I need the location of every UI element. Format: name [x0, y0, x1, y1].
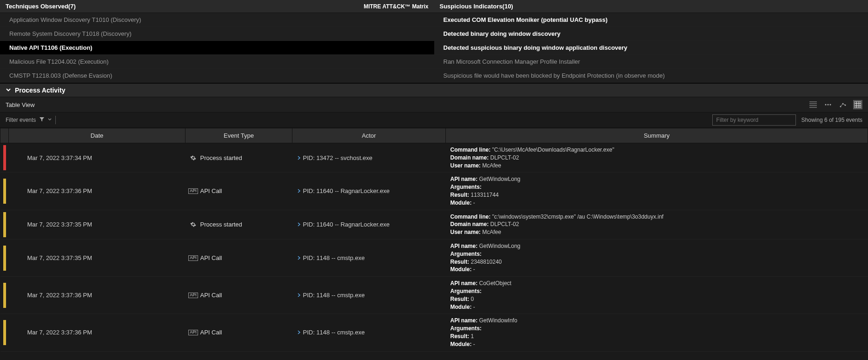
mitre-link[interactable]: MITRE ATT&CK™ Matrix [364, 3, 428, 10]
svg-point-2 [830, 104, 831, 106]
actor-link[interactable]: PID: 11640 -- RagnarLocker.exe [303, 187, 390, 194]
summary-line: Domain name: DLPCLT-02 [451, 154, 863, 162]
date-cell: Mar 7, 2022 3:37:34 PM [9, 143, 186, 173]
technique-item[interactable]: CMSTP T1218.003 (Defense Evasion) [0, 69, 434, 83]
indicator-item[interactable]: Detected binary doing window discovery [434, 27, 868, 41]
severity-bar-yellow [3, 320, 6, 345]
svg-rect-6 [855, 101, 861, 108]
summary-line: Module: - [451, 303, 863, 311]
process-activity-header[interactable]: Process Activity [0, 83, 868, 97]
table-row[interactable]: Mar 7, 2022 3:37:35 PMAPIAPI CallPID: 11… [0, 239, 868, 276]
filter-events-label[interactable]: Filter events [6, 117, 36, 123]
summary-line: Arguments: [451, 183, 863, 191]
event-type-cell: APIAPI Call [186, 314, 292, 351]
actor-link[interactable]: PID: 1148 -- cmstp.exe [303, 254, 365, 261]
event-type-label: Process started [200, 154, 242, 161]
actor-cell[interactable]: PID: 1148 -- cmstp.exe [292, 314, 446, 351]
graph-view-icon[interactable] [838, 100, 848, 109]
indicators-list: Executed COM Elevation Moniker (potentia… [434, 13, 868, 83]
summary-line: User name: McAfee [451, 162, 863, 170]
summary-line: User name: McAfee [451, 228, 863, 236]
view-icons [808, 100, 862, 109]
table-row[interactable]: Mar 7, 2022 3:37:36 PMAPIAPI CallPID: 11… [0, 173, 868, 210]
event-type-cell: APIAPI Call [186, 173, 292, 210]
technique-item[interactable]: Malicious File T1204.002 (Execution) [0, 55, 434, 69]
technique-item[interactable]: Application Window Discovery T1010 (Disc… [0, 13, 434, 27]
col-actor[interactable]: Actor [292, 128, 446, 143]
event-type-cell: APIAPI Call [186, 239, 292, 276]
summary-cell: API name: GetWindowLongArguments: Result… [446, 173, 868, 210]
chevron-down-icon[interactable] [48, 118, 52, 122]
event-type-cell: Process started [186, 210, 292, 239]
summary-line: Arguments: [451, 287, 863, 295]
event-type-label: API Call [200, 292, 222, 299]
filter-events-input[interactable] [55, 116, 148, 124]
api-icon: API [190, 293, 197, 298]
severity-cell [0, 277, 9, 314]
severity-cell [0, 239, 9, 276]
actor-cell[interactable]: PID: 13472 -- svchost.exe [292, 143, 446, 173]
event-type-cell: Process started [186, 143, 292, 173]
svg-point-0 [825, 104, 827, 106]
summary-line: Module: - [451, 266, 863, 273]
technique-item[interactable]: Native API T1106 (Execution) [0, 41, 434, 55]
summary-cell: Command line: "c:\windows\system32\cmstp… [446, 210, 868, 239]
summary-line: Domain name: DLPCLT-02 [451, 220, 863, 228]
col-summary[interactable]: Summary [446, 128, 868, 143]
event-type-label: API Call [200, 187, 222, 194]
event-type-cell: APIAPI Call [186, 277, 292, 314]
table-view-label: Table View [6, 101, 35, 108]
indicator-item[interactable]: Detected suspicious binary doing window … [434, 41, 868, 55]
list-view-icon[interactable] [808, 100, 818, 109]
table-row[interactable]: Mar 7, 2022 3:37:35 PMProcess startedPID… [0, 210, 868, 239]
actor-link[interactable]: PID: 1148 -- cmstp.exe [303, 329, 365, 336]
summary-line: Result: 113311744 [451, 191, 863, 199]
gear-icon [190, 155, 197, 161]
top-panels: Techniques Observed(7) MITRE ATT&CK™ Mat… [0, 0, 868, 83]
indicator-item[interactable]: Executed COM Elevation Moniker (potentia… [434, 13, 868, 27]
actor-cell[interactable]: PID: 1148 -- cmstp.exe [292, 277, 446, 314]
actor-link[interactable]: PID: 11640 -- RagnarLocker.exe [303, 221, 390, 228]
actor-cell[interactable]: PID: 1148 -- cmstp.exe [292, 239, 446, 276]
filter-left: Filter events [6, 116, 148, 124]
severity-bar-red [3, 145, 6, 170]
severity-bar-yellow [3, 283, 6, 308]
severity-bar-yellow [3, 179, 6, 204]
techniques-list: Application Window Discovery T1010 (Disc… [0, 13, 434, 83]
chevron-right-icon [297, 255, 301, 261]
event-type-label: API Call [200, 254, 222, 261]
technique-item[interactable]: Remote System Discovery T1018 (Discovery… [0, 27, 434, 41]
actor-cell[interactable]: PID: 11640 -- RagnarLocker.exe [292, 210, 446, 239]
date-cell: Mar 7, 2022 3:37:35 PM [9, 239, 186, 276]
table-row[interactable]: Mar 7, 2022 3:37:34 PMProcess startedPID… [0, 143, 868, 173]
summary-line: Command line: "c:\windows\system32\cmstp… [451, 213, 863, 221]
filter-icon [40, 117, 44, 123]
table-row[interactable]: Mar 7, 2022 3:37:36 PMAPIAPI CallPID: 11… [0, 277, 868, 314]
summary-line: Command line: "C:\Users\McAfee\Downloads… [451, 146, 863, 154]
api-icon: API [190, 188, 197, 194]
date-cell: Mar 7, 2022 3:37:35 PM [9, 210, 186, 239]
col-date[interactable]: Date [9, 128, 186, 143]
actor-link[interactable]: PID: 13472 -- svchost.exe [303, 154, 373, 161]
actor-link[interactable]: PID: 1148 -- cmstp.exe [303, 292, 365, 299]
severity-cell [0, 173, 9, 210]
chevron-right-icon [297, 188, 301, 194]
more-icon[interactable] [823, 100, 833, 109]
summary-line: API name: GetWindowLong [451, 175, 863, 183]
summary-line: Module: - [451, 340, 863, 348]
api-icon: API [190, 255, 197, 261]
summary-line: API name: GetWindowLong [451, 242, 863, 250]
summary-cell: API name: GetWindowLongArguments: Result… [446, 239, 868, 276]
indicator-item[interactable]: Ran Microsoft Connection Manager Profile… [434, 55, 868, 69]
keyword-input[interactable] [712, 114, 796, 126]
severity-cell [0, 314, 9, 351]
actor-cell[interactable]: PID: 11640 -- RagnarLocker.exe [292, 173, 446, 210]
table-row[interactable]: Mar 7, 2022 3:37:36 PMAPIAPI CallPID: 11… [0, 314, 868, 351]
chevron-right-icon [297, 330, 301, 335]
col-event-type[interactable]: Event Type [186, 128, 292, 143]
grid-view-icon[interactable] [853, 100, 862, 109]
summary-cell: API name: CoGetObjectArguments: Result: … [446, 277, 868, 314]
techniques-title: Techniques Observed(7) [6, 3, 76, 10]
indicator-item[interactable]: Suspicious file would have been blocked … [434, 69, 868, 83]
col-severity [0, 128, 9, 143]
